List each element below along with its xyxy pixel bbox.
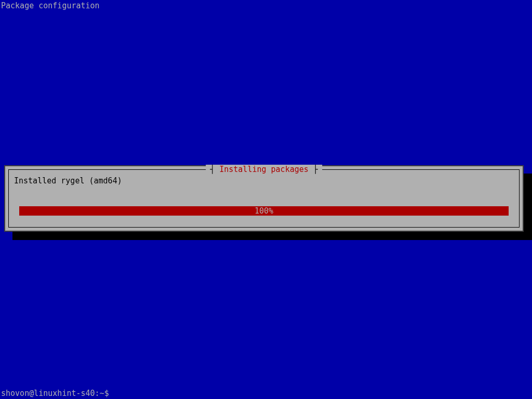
install-dialog: ┤ Installing packages ├ Installed rygel … (4, 165, 524, 232)
title-bracket-left: ┤ (210, 165, 219, 174)
cursor (109, 390, 114, 398)
terminal-prompt[interactable]: shovon@linuxhint-s40:~$ (1, 389, 114, 398)
install-status: Installed rygel (amd64) (14, 176, 122, 185)
progress-percent: 100% (255, 206, 273, 216)
title-bracket-right: ├ (309, 165, 318, 174)
dialog-title: Installing packages (219, 165, 309, 174)
page-title: Package configuration (1, 1, 100, 10)
prompt-text: shovon@linuxhint-s40:~$ (1, 389, 109, 398)
progress-bar: 100% (19, 206, 509, 216)
dialog-border: ┤ Installing packages ├ Installed rygel … (8, 169, 520, 228)
dialog-title-wrapper: ┤ Installing packages ├ (206, 165, 322, 174)
